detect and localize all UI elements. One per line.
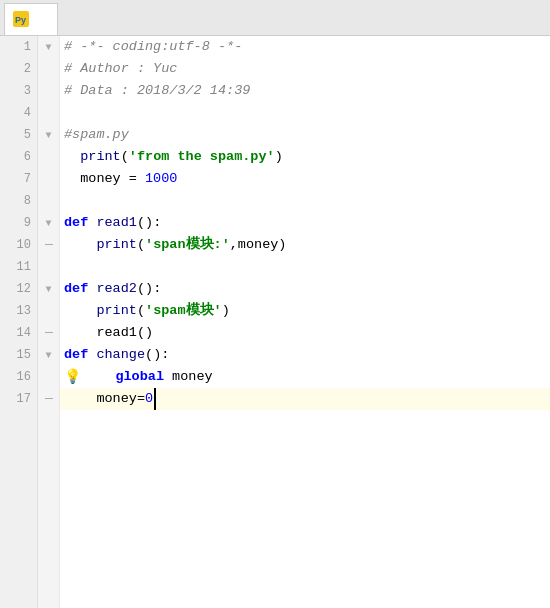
- code-area[interactable]: # -*- coding:utf-8 -*-# Author : Yuc# Da…: [60, 36, 550, 608]
- line-number-6: 6: [0, 146, 37, 168]
- line-number-9: 9: [0, 212, 37, 234]
- line-number-11: 11: [0, 256, 37, 278]
- line-numbers: 1234567891011121314151617: [0, 36, 38, 608]
- fold-indicator-1[interactable]: [38, 36, 59, 58]
- line-number-5: 5: [0, 124, 37, 146]
- fold-dash-icon: [45, 332, 53, 333]
- svg-text:Py: Py: [15, 15, 26, 25]
- token-12-2: read2: [96, 278, 137, 300]
- line-number-2: 2: [0, 58, 37, 80]
- token-6-3: ): [275, 146, 283, 168]
- token-6-2: 'from the spam.py': [129, 146, 275, 168]
- code-line-11[interactable]: [60, 256, 550, 278]
- code-line-2[interactable]: # Author : Yuc: [60, 58, 550, 80]
- line-number-1: 1: [0, 36, 37, 58]
- token-1-0: # -*- coding:utf-8 -*-: [64, 36, 242, 58]
- code-line-14[interactable]: read1(): [60, 322, 550, 344]
- token-13-3: ): [222, 300, 230, 322]
- token-6-1: (: [121, 146, 129, 168]
- line-number-15: 15: [0, 344, 37, 366]
- token-15-2: change: [96, 344, 145, 366]
- token-16-1: money: [164, 366, 213, 388]
- token-15-3: ():: [145, 344, 169, 366]
- python-file-icon: Py: [13, 11, 29, 27]
- fold-arrow-down-icon[interactable]: [45, 218, 51, 229]
- code-line-16[interactable]: 💡 global money: [60, 366, 550, 388]
- fold-indicator-9[interactable]: [38, 212, 59, 234]
- indent-space: [64, 146, 80, 168]
- line-number-13: 13: [0, 300, 37, 322]
- fold-indicator-16: [38, 366, 59, 388]
- code-line-17[interactable]: money=0: [60, 388, 550, 410]
- fold-arrow-down-icon[interactable]: [45, 350, 51, 361]
- token-12-3: ():: [137, 278, 161, 300]
- code-line-7[interactable]: money = 1000: [60, 168, 550, 190]
- token-15-1: [88, 344, 96, 366]
- fold-indicator-11: [38, 256, 59, 278]
- code-line-9[interactable]: def read1():: [60, 212, 550, 234]
- fold-indicator-2: [38, 58, 59, 80]
- indent-space: [83, 366, 115, 388]
- fold-indicator-4: [38, 102, 59, 124]
- fold-arrow-down-icon[interactable]: [45, 42, 51, 53]
- fold-indicator-13: [38, 300, 59, 322]
- lightbulb-icon: 💡: [64, 366, 81, 388]
- token-13-0: print: [96, 300, 137, 322]
- code-line-13[interactable]: print('spam模块'): [60, 300, 550, 322]
- token-6-0: print: [80, 146, 121, 168]
- code-line-3[interactable]: # Data : 2018/3/2 14:39: [60, 80, 550, 102]
- line-number-14: 14: [0, 322, 37, 344]
- token-15-0: def: [64, 344, 88, 366]
- code-line-12[interactable]: def read2():: [60, 278, 550, 300]
- fold-indicator-12[interactable]: [38, 278, 59, 300]
- indent-space: [64, 322, 96, 344]
- code-line-4[interactable]: [60, 102, 550, 124]
- line-number-10: 10: [0, 234, 37, 256]
- token-10-0: print: [96, 234, 137, 256]
- token-17-0: money=: [96, 388, 145, 410]
- code-line-5[interactable]: #spam.py: [60, 124, 550, 146]
- fold-gutter: [38, 36, 60, 608]
- tab-bar: Py: [0, 0, 550, 36]
- line-number-12: 12: [0, 278, 37, 300]
- fold-indicator-17[interactable]: [38, 388, 59, 410]
- token-10-1: (: [137, 234, 145, 256]
- code-line-6[interactable]: print('from the spam.py'): [60, 146, 550, 168]
- token-13-2: 'spam模块': [145, 300, 222, 322]
- fold-dash-icon: [45, 244, 53, 245]
- token-10-3: ,money): [230, 234, 287, 256]
- token-16-0: global: [115, 366, 164, 388]
- indent-space: [64, 388, 96, 410]
- editor: 1234567891011121314151617 # -*- coding:u…: [0, 36, 550, 608]
- fold-indicator-5[interactable]: [38, 124, 59, 146]
- token-14-0: read1(): [96, 322, 153, 344]
- line-number-16: 16: [0, 366, 37, 388]
- indent-space: [64, 168, 80, 190]
- token-9-0: def: [64, 212, 88, 234]
- line-number-4: 4: [0, 102, 37, 124]
- token-12-0: def: [64, 278, 88, 300]
- code-line-1[interactable]: # -*- coding:utf-8 -*-: [60, 36, 550, 58]
- token-5-0: #spam.py: [64, 124, 129, 146]
- token-17-1: 0: [145, 388, 156, 410]
- fold-indicator-14[interactable]: [38, 322, 59, 344]
- fold-dash-icon: [45, 398, 53, 399]
- fold-indicator-10[interactable]: [38, 234, 59, 256]
- fold-indicator-6: [38, 146, 59, 168]
- token-13-1: (: [137, 300, 145, 322]
- fold-indicator-3: [38, 80, 59, 102]
- token-10-2: 'span模块:': [145, 234, 230, 256]
- token-9-3: ():: [137, 212, 161, 234]
- code-line-8[interactable]: [60, 190, 550, 212]
- code-line-15[interactable]: def change():: [60, 344, 550, 366]
- code-line-10[interactable]: print('span模块:',money): [60, 234, 550, 256]
- fold-indicator-15[interactable]: [38, 344, 59, 366]
- tab-spam-py[interactable]: Py: [4, 3, 58, 35]
- line-number-7: 7: [0, 168, 37, 190]
- fold-arrow-down-icon[interactable]: [45, 130, 51, 141]
- fold-indicator-8: [38, 190, 59, 212]
- line-number-17: 17: [0, 388, 37, 410]
- token-2-0: # Author : Yuc: [64, 58, 177, 80]
- token-7-1: 1000: [145, 168, 177, 190]
- fold-arrow-down-icon[interactable]: [45, 284, 51, 295]
